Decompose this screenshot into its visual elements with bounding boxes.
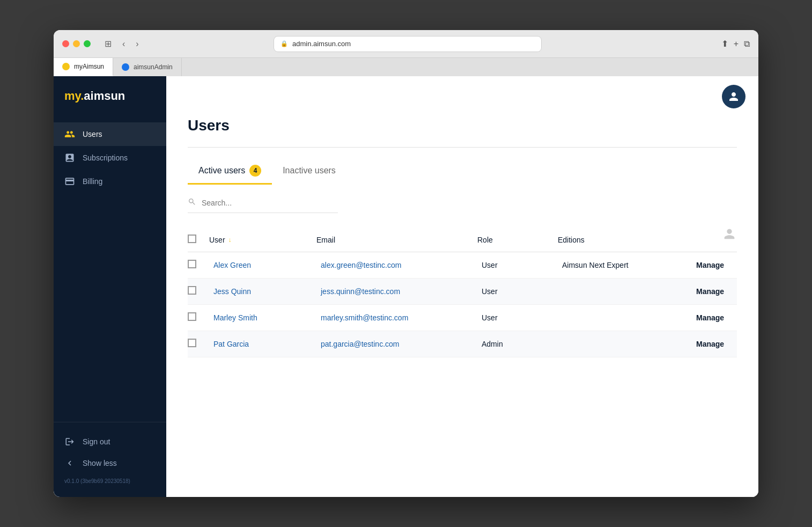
row2-checkbox-cell — [188, 286, 209, 297]
lock-icon: 🔒 — [280, 40, 288, 47]
row4-name: Pat Garcia — [209, 340, 316, 348]
row1-checkbox[interactable] — [188, 260, 196, 268]
row4-email: pat.garcia@testinc.com — [316, 340, 477, 348]
sidebar-item-billing-label: Billing — [83, 177, 102, 186]
browser-window: ⊞ ‹ › 🔒 admin.aimsun.com ⬆ + ⧉ myAimsun … — [54, 30, 758, 497]
maximize-button[interactable] — [84, 40, 91, 47]
row2-role: User — [477, 287, 558, 296]
table-row: Pat Garcia pat.garcia@testinc.com Admin … — [188, 331, 737, 357]
row4-manage-button[interactable]: Manage — [696, 340, 724, 348]
row3-checkbox[interactable] — [188, 312, 196, 321]
sidebar-item-users[interactable]: Users — [54, 122, 166, 146]
row3-manage-button[interactable]: Manage — [696, 313, 724, 322]
table-row: Alex Green alex.green@testinc.com User A… — [188, 252, 737, 279]
row4-checkbox-cell — [188, 339, 209, 349]
tab-active-users-label: Active users — [198, 166, 245, 175]
browser-tab-myaimsun[interactable]: myAimsun — [54, 58, 113, 76]
column-header-editions: Editions — [558, 236, 692, 244]
version-text: v0.1.0 (3be9b69 20230518) — [54, 474, 166, 486]
subscriptions-icon — [64, 152, 75, 163]
search-input[interactable] — [202, 199, 338, 207]
row1-name: Alex Green — [209, 261, 316, 269]
sidebar-toggle-button[interactable]: ⊞ — [101, 38, 115, 50]
url-text: admin.aimsun.com — [292, 40, 351, 48]
table-row: Marley Smith marley.smith@testinc.com Us… — [188, 305, 737, 331]
users-table: User ↓ Email Role Editions Alex Green — [188, 230, 737, 357]
show-less-label: Show less — [83, 459, 117, 467]
tab-active-users[interactable]: Active users 4 — [188, 160, 272, 185]
tab-favicon-myaimsun — [62, 63, 70, 70]
table-header: User ↓ Email Role Editions — [188, 230, 737, 252]
new-tab-button[interactable]: + — [734, 39, 739, 49]
sidebar-item-billing[interactable]: Billing — [54, 170, 166, 193]
table-row: Jess Quinn jess.quinn@testinc.com User M… — [188, 279, 737, 305]
sidebar-item-subscriptions[interactable]: Subscriptions — [54, 146, 166, 170]
row2-email: jess.quinn@testinc.com — [316, 287, 477, 296]
content-area: Users Active users 4 Inactive users — [166, 117, 758, 379]
divider — [188, 147, 737, 148]
search-icon — [188, 197, 196, 208]
sidebar-footer: Sign out Show less v0.1.0 (3be9b69 20230… — [54, 422, 166, 497]
main-content: Users Active users 4 Inactive users — [166, 76, 758, 497]
sidebar: my.aimsun Users — [54, 76, 166, 497]
sign-out-button[interactable]: Sign out — [54, 431, 166, 452]
row1-email: alex.green@testinc.com — [316, 261, 477, 269]
row1-checkbox-cell — [188, 260, 209, 270]
row2-manage-button[interactable]: Manage — [696, 287, 724, 296]
minimize-button[interactable] — [73, 40, 80, 47]
row4-manage-cell: Manage — [692, 340, 756, 348]
select-all-checkbox-cell — [188, 235, 209, 245]
browser-titlebar: ⊞ ‹ › 🔒 admin.aimsun.com ⬆ + ⧉ — [54, 30, 758, 58]
tabs-bar: Active users 4 Inactive users — [188, 160, 737, 185]
tab-favicon-aimsun-admin — [122, 63, 129, 71]
select-all-checkbox[interactable] — [188, 235, 196, 243]
browser-tab-aimsun-admin[interactable]: aimsunAdmin — [113, 58, 182, 76]
logo-aimsun: aimsun — [84, 89, 125, 103]
app-container: my.aimsun Users — [54, 76, 758, 497]
row1-manage-button[interactable]: Manage — [696, 261, 724, 269]
back-button[interactable]: ‹ — [119, 38, 128, 50]
row1-editions: Aimsun Next Expert — [558, 261, 692, 269]
avatar-button[interactable] — [722, 85, 745, 108]
row3-email: marley.smith@testinc.com — [316, 313, 477, 322]
row2-name: Jess Quinn — [209, 287, 316, 296]
browser-tab-myaimsun-label: myAimsun — [74, 63, 104, 70]
row3-name: Marley Smith — [209, 313, 316, 322]
sidebar-nav: Users Subscriptions — [54, 118, 166, 422]
billing-icon — [64, 176, 75, 187]
sidebar-item-subscriptions-label: Subscriptions — [83, 153, 128, 162]
column-header-role: Role — [477, 236, 558, 244]
row3-checkbox-cell — [188, 312, 209, 323]
sidebar-logo: my.aimsun — [54, 76, 166, 118]
traffic-lights — [62, 40, 91, 47]
add-user-icon — [722, 230, 737, 244]
browser-controls: ⊞ ‹ › — [101, 38, 142, 50]
column-header-email: Email — [316, 236, 477, 244]
column-header-user[interactable]: User ↓ — [209, 236, 316, 244]
users-icon — [64, 129, 75, 140]
signout-icon — [64, 436, 75, 447]
row4-role: Admin — [477, 340, 558, 348]
logo-my: my. — [64, 89, 84, 103]
tabs-overview-button[interactable]: ⧉ — [744, 39, 750, 49]
share-button[interactable]: ⬆ — [721, 39, 728, 49]
forward-button[interactable]: › — [132, 38, 142, 50]
search-bar — [188, 197, 338, 213]
address-bar[interactable]: 🔒 admin.aimsun.com — [274, 36, 542, 52]
row2-checkbox[interactable] — [188, 286, 196, 295]
close-button[interactable] — [62, 40, 69, 47]
tab-inactive-users[interactable]: Inactive users — [272, 160, 346, 185]
page-title: Users — [188, 117, 737, 134]
browser-tabs-bar: myAimsun aimsunAdmin — [54, 58, 758, 76]
sign-out-label: Sign out — [83, 437, 110, 446]
row4-checkbox[interactable] — [188, 339, 196, 347]
row2-manage-cell: Manage — [692, 287, 756, 296]
active-users-badge: 4 — [249, 165, 261, 177]
top-bar — [166, 76, 758, 117]
add-user-area — [722, 226, 737, 245]
row3-role: User — [477, 313, 558, 322]
row1-role: User — [477, 261, 558, 269]
sidebar-item-users-label: Users — [83, 130, 102, 138]
show-less-button[interactable]: Show less — [54, 452, 166, 474]
tab-inactive-users-label: Inactive users — [283, 166, 336, 175]
